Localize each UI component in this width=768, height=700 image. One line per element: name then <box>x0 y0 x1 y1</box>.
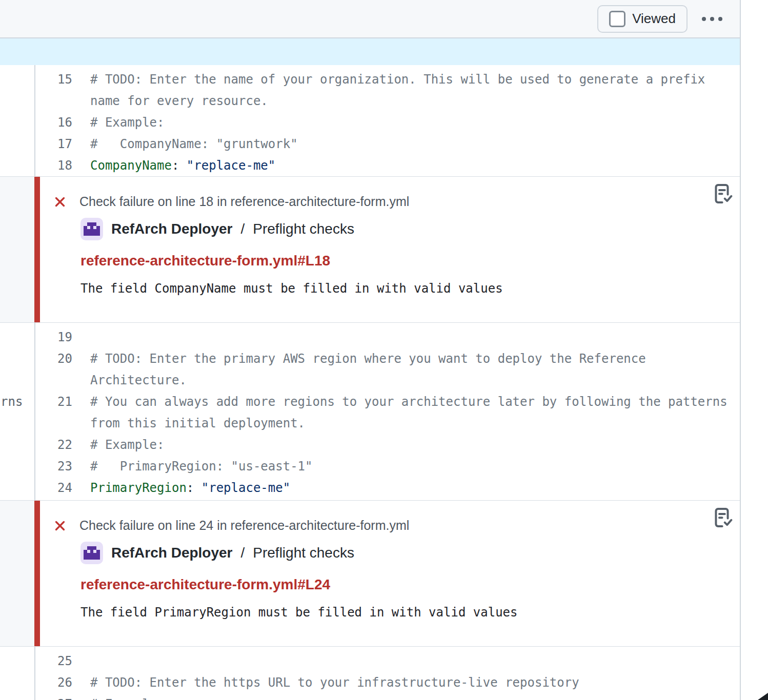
code-line: from this initial deployment. <box>35 413 740 434</box>
check-separator: / <box>241 545 245 561</box>
code-section: rns 19 20 # TODO: Enter the primary AWS … <box>0 323 740 500</box>
line-number[interactable]: 18 <box>35 155 72 176</box>
left-pane-column <box>0 501 34 646</box>
checklist-icon[interactable] <box>711 507 733 528</box>
line-number[interactable]: 25 <box>35 650 72 672</box>
annotation-file-link[interactable]: reference-architecture-form.yml#L24 <box>80 577 740 593</box>
code-line: 27 # Example: <box>35 693 740 700</box>
code-lines: 25 26 # TODO: Enter the https URL to you… <box>35 647 740 700</box>
failure-accent-bar <box>34 501 40 646</box>
code-text: # CompanyName: "gruntwork" <box>90 137 298 151</box>
code-line: Architecture. <box>35 369 740 391</box>
x-failure-icon <box>53 195 67 209</box>
code-lines: 15 # TODO: Enter the name of your organi… <box>35 65 740 176</box>
check-app-avatar <box>80 542 103 564</box>
yaml-value: "replace-me" <box>194 481 290 495</box>
viewed-label: Viewed <box>632 11 676 27</box>
code-text: name for every resource. <box>90 94 268 108</box>
annotation-header: Check failure on line 18 in reference-ar… <box>79 194 409 209</box>
kebab-menu-icon[interactable] <box>700 12 724 26</box>
yaml-key: CompanyName <box>90 158 172 173</box>
code-line: 22 # Example: <box>35 434 740 456</box>
line-number[interactable]: 24 <box>35 477 72 499</box>
line-number[interactable]: 20 <box>35 348 72 369</box>
yaml-value: "replace-me" <box>179 158 275 173</box>
line-number[interactable]: 21 <box>35 391 72 413</box>
left-pane-column: rns <box>0 323 35 500</box>
code-text: # TODO: Enter the primary AWS region whe… <box>90 352 646 366</box>
code-line: 21 # You can always add more regions to … <box>35 391 740 413</box>
code-section: 15 # TODO: Enter the name of your organi… <box>0 65 740 176</box>
left-pane-column <box>0 65 35 176</box>
code-line: 25 <box>35 650 740 672</box>
code-text: # Example: <box>90 697 165 700</box>
annotation-message: The field PrimaryRegion must be filled i… <box>80 605 740 620</box>
code-line: name for every resource. <box>35 90 740 112</box>
code-text: # TODO: Enter the name of your organizat… <box>90 72 705 87</box>
code-text: # You can always add more regions to you… <box>90 395 727 409</box>
check-separator: / <box>241 221 245 237</box>
left-pane-column <box>0 177 34 322</box>
annotation-file-link[interactable]: reference-architecture-form.yml#L18 <box>80 253 740 269</box>
file-toolbar: Viewed <box>0 0 740 38</box>
check-run-name: Preflight checks <box>253 221 354 237</box>
yaml-punct: : <box>172 158 179 173</box>
line-number <box>35 90 72 112</box>
check-app-avatar <box>80 218 103 240</box>
code-text: Architecture. <box>90 373 187 387</box>
line-number <box>35 413 72 434</box>
mouse-cursor-artifact <box>758 693 768 700</box>
line-number[interactable]: 19 <box>35 326 72 348</box>
code-line: 15 # TODO: Enter the name of your organi… <box>35 69 740 90</box>
diff-pane: Viewed 15 # TODO: Enter the name of your… <box>0 0 741 700</box>
x-failure-icon <box>53 519 67 532</box>
viewed-button[interactable]: Viewed <box>597 5 688 33</box>
left-pane-overflow-text: rns <box>1 391 23 413</box>
check-app-name: RefArch Deployer <box>111 221 233 237</box>
yaml-punct: : <box>187 481 194 495</box>
code-line: 23 # PrimaryRegion: "us-east-1" <box>35 456 740 477</box>
code-line: 16 # Example: <box>35 112 740 133</box>
code-line: 26 # TODO: Enter the https URL to your i… <box>35 672 740 693</box>
code-section: 25 26 # TODO: Enter the https URL to you… <box>0 647 740 700</box>
viewed-checkbox[interactable] <box>609 11 625 27</box>
line-number <box>35 369 72 391</box>
line-number[interactable]: 26 <box>35 672 72 693</box>
code-line: 18 CompanyName: "replace-me" <box>35 155 740 176</box>
code-text: from this initial deployment. <box>90 416 305 430</box>
left-pane-column <box>0 647 35 700</box>
diff-expand-bar[interactable] <box>0 38 740 65</box>
line-number[interactable]: 22 <box>35 434 72 456</box>
check-annotation: Check failure on line 24 in reference-ar… <box>0 500 740 647</box>
code-text: # Example: <box>90 115 165 130</box>
code-text: # Example: <box>90 438 165 452</box>
code-text: # TODO: Enter the https URL to your infr… <box>90 675 579 690</box>
line-number[interactable]: 17 <box>35 133 72 155</box>
checklist-icon[interactable] <box>711 183 733 204</box>
code-line: 19 <box>35 326 740 348</box>
code-line: 24 PrimaryRegion: "replace-me" <box>35 477 740 499</box>
failure-accent-bar <box>34 177 40 322</box>
check-run-name: Preflight checks <box>253 545 354 561</box>
annotation-header: Check failure on line 24 in reference-ar… <box>79 518 409 533</box>
line-number[interactable]: 15 <box>35 69 72 90</box>
line-number[interactable]: 27 <box>35 693 72 700</box>
code-lines: 19 20 # TODO: Enter the primary AWS regi… <box>35 323 740 500</box>
yaml-key: PrimaryRegion <box>90 481 187 495</box>
code-line: 20 # TODO: Enter the primary AWS region … <box>35 348 740 369</box>
code-line: 17 # CompanyName: "gruntwork" <box>35 133 740 155</box>
check-annotation: Check failure on line 18 in reference-ar… <box>0 176 740 323</box>
code-text: # PrimaryRegion: "us-east-1" <box>90 459 312 473</box>
line-number[interactable]: 23 <box>35 456 72 477</box>
annotation-message: The field CompanyName must be filled in … <box>80 281 740 296</box>
line-number[interactable]: 16 <box>35 112 72 133</box>
check-app-name: RefArch Deployer <box>111 545 233 561</box>
